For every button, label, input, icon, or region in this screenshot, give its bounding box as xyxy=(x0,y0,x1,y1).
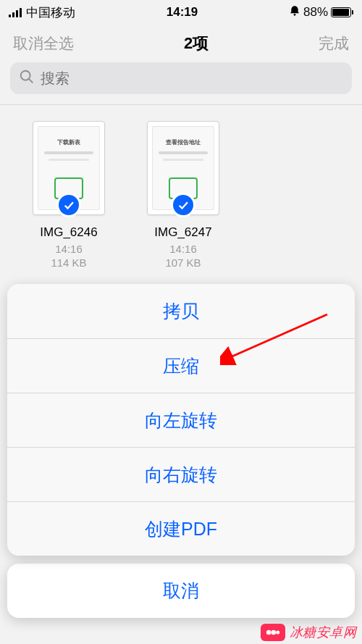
action-sheet: 拷贝 压缩 向左旋转 向右旋转 创建PDF 取消 xyxy=(7,284,355,618)
file-grid: 下载新表 IMG_6246 14:16 114 KB 查看报告地址 IMG_62… xyxy=(0,105,362,285)
page-title: 2项 xyxy=(184,33,209,54)
action-rotate-right[interactable]: 向右旋转 xyxy=(7,447,355,501)
annotation-arrow-icon xyxy=(220,313,329,365)
action-rotate-left[interactable]: 向左旋转 xyxy=(7,393,355,447)
selected-check-icon xyxy=(56,193,81,217)
watermark: 冰糖安卓网 xyxy=(261,624,357,641)
action-create-pdf[interactable]: 创建PDF xyxy=(7,501,355,556)
svg-point-4 xyxy=(276,631,279,635)
carrier-label: 中国移动 xyxy=(26,4,75,21)
file-time: 14:16 xyxy=(136,243,230,255)
file-time: 14:16 xyxy=(22,243,116,255)
search-field[interactable] xyxy=(10,62,352,94)
file-item[interactable]: 查看报告地址 IMG_6247 14:16 107 KB xyxy=(136,121,230,269)
action-copy[interactable]: 拷贝 xyxy=(7,284,355,338)
file-size: 107 KB xyxy=(136,256,230,269)
watermark-text: 冰糖安卓网 xyxy=(290,624,357,641)
svg-line-1 xyxy=(229,314,327,358)
file-name: IMG_6247 xyxy=(136,225,230,240)
nav-bar: 取消全选 2项 完成 xyxy=(0,25,362,62)
action-compress[interactable]: 压缩 xyxy=(7,338,355,393)
action-compress-label: 压缩 xyxy=(163,354,199,378)
alarm-icon xyxy=(289,5,300,20)
signal-icon xyxy=(9,7,22,17)
file-item[interactable]: 下载新表 IMG_6246 14:16 114 KB xyxy=(22,121,116,269)
file-size: 114 KB xyxy=(22,256,116,269)
svg-point-2 xyxy=(266,630,271,635)
battery-percent: 88% xyxy=(303,5,328,20)
search-input[interactable] xyxy=(41,70,343,87)
file-thumbnail[interactable]: 查看报告地址 xyxy=(147,121,219,215)
deselect-all-button[interactable]: 取消全选 xyxy=(13,33,74,54)
watermark-logo-icon xyxy=(261,624,285,641)
svg-point-3 xyxy=(271,630,276,635)
selected-check-icon xyxy=(171,193,195,217)
file-thumbnail[interactable]: 下载新表 xyxy=(33,121,105,215)
status-time: 14:19 xyxy=(75,5,289,20)
status-bar: 中国移动 14:19 88% xyxy=(0,0,362,25)
svg-point-0 xyxy=(294,14,296,16)
search-icon xyxy=(19,69,35,88)
battery-icon xyxy=(331,7,353,17)
done-button[interactable]: 完成 xyxy=(319,33,349,54)
action-cancel[interactable]: 取消 xyxy=(7,564,355,618)
file-name: IMG_6246 xyxy=(22,225,116,240)
